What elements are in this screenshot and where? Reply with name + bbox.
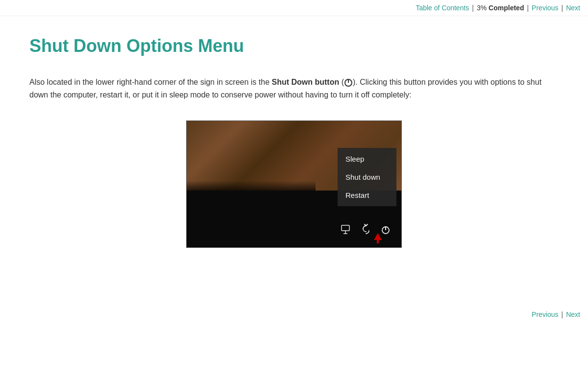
svg-marker-7 [374, 233, 382, 240]
svg-rect-2 [342, 225, 349, 231]
page-title: Shut Down Options Menu [29, 36, 559, 56]
bottom-navigation: Previous | Next [0, 307, 588, 322]
footer-separator: | [562, 311, 564, 318]
image-container: Sleep Shut down Restart [29, 120, 559, 248]
refresh-icon [360, 224, 372, 239]
previous-link-top[interactable]: Previous [532, 4, 558, 12]
previous-link-bottom[interactable]: Previous [532, 311, 558, 318]
body-text: Also located in the lower right-hand cor… [29, 76, 559, 101]
context-menu: Sleep Shut down Restart [338, 148, 396, 206]
separator-2: | [527, 4, 529, 12]
top-navigation: Table of Contents | 3% Completed | Previ… [0, 0, 588, 16]
context-menu-shutdown[interactable]: Shut down [338, 168, 396, 186]
power-button-icon [344, 78, 353, 87]
next-link-bottom[interactable]: Next [566, 311, 580, 318]
dark-overlay [187, 181, 316, 191]
context-menu-restart[interactable]: Restart [338, 186, 396, 204]
context-menu-sleep[interactable]: Sleep [338, 150, 396, 168]
screenshot: Sleep Shut down Restart [186, 120, 402, 248]
next-link-top[interactable]: Next [566, 4, 580, 12]
taskbar-icons [341, 224, 392, 239]
main-content: Shut Down Options Menu Also located in t… [0, 16, 588, 297]
red-arrow-indicator [373, 233, 383, 246]
separator-3: | [562, 4, 564, 12]
separator-1: | [472, 4, 474, 12]
table-of-contents-link[interactable]: Table of Contents [416, 4, 469, 12]
svg-rect-8 [377, 239, 379, 243]
monitor-icon [341, 224, 352, 239]
completion-status: 3% Completed [477, 4, 524, 12]
